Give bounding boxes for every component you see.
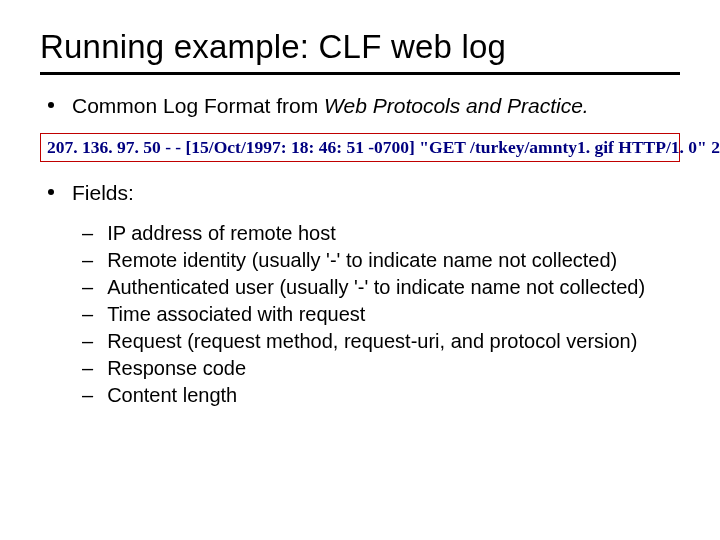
field-text: Response code <box>107 356 246 381</box>
dash-icon: – <box>82 275 93 300</box>
fields-label: Fields: <box>72 180 134 206</box>
list-item: – Remote identity (usually '-' to indica… <box>76 248 680 273</box>
list-item: – Response code <box>76 356 680 381</box>
dash-icon: – <box>82 356 93 381</box>
field-text: Authenticated user (usually '-' to indic… <box>107 275 645 300</box>
log-line-box: 207. 136. 97. 50 - - [15/Oct/1997: 18: 4… <box>40 133 680 162</box>
list-item: – Time associated with request <box>76 302 680 327</box>
intro-bullet: Common Log Format from Web Protocols and… <box>40 93 680 119</box>
dash-icon: – <box>82 329 93 354</box>
title-rule <box>40 72 680 75</box>
bullet-icon <box>48 189 54 195</box>
field-text: Time associated with request <box>107 302 365 327</box>
dash-icon: – <box>82 248 93 273</box>
field-text: Request (request method, request-uri, an… <box>107 329 637 354</box>
fields-bullet: Fields: <box>40 180 680 206</box>
dash-icon: – <box>82 383 93 408</box>
list-item: – Content length <box>76 383 680 408</box>
dash-icon: – <box>82 302 93 327</box>
field-text: IP address of remote host <box>107 221 336 246</box>
dash-icon: – <box>82 221 93 246</box>
field-text: Remote identity (usually '-' to indicate… <box>107 248 617 273</box>
intro-text: Common Log Format from Web Protocols and… <box>72 93 589 119</box>
fields-list: – IP address of remote host – Remote ide… <box>76 221 680 408</box>
list-item: – IP address of remote host <box>76 221 680 246</box>
field-text: Content length <box>107 383 237 408</box>
bullet-icon <box>48 102 54 108</box>
intro-prefix: Common Log Format from <box>72 94 324 117</box>
page-title: Running example: CLF web log <box>40 28 680 66</box>
intro-italic: Web Protocols and Practice. <box>324 94 589 117</box>
list-item: – Authenticated user (usually '-' to ind… <box>76 275 680 300</box>
slide: Running example: CLF web log Common Log … <box>0 0 720 408</box>
list-item: – Request (request method, request-uri, … <box>76 329 680 354</box>
